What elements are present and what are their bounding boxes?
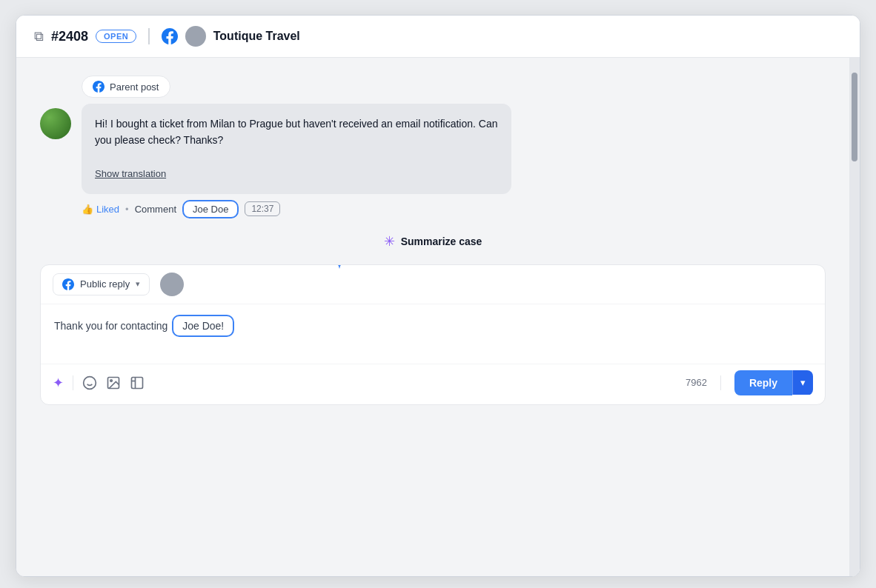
main-content: Parent post Hi! I bought a ticket from M… bbox=[16, 58, 849, 576]
show-translation[interactable]: Show translation bbox=[95, 168, 166, 179]
reply-dropdown-button[interactable]: ▾ bbox=[792, 370, 813, 395]
emoji-button[interactable] bbox=[82, 375, 97, 390]
copy-icon[interactable]: ⧉ bbox=[34, 29, 44, 44]
liked-label: Liked bbox=[96, 204, 119, 215]
thumb-up-icon: 👍 bbox=[82, 204, 93, 215]
message-bubble: Hi! I bought a ticket from Milan to Prag… bbox=[82, 104, 511, 194]
reply-prefix-text: Thank you for contacting bbox=[54, 320, 170, 332]
parent-post-button[interactable]: Parent post bbox=[82, 76, 170, 98]
dropdown-arrow-icon: ▾ bbox=[136, 279, 140, 289]
facebook-icon-reply bbox=[62, 278, 74, 290]
comment-label: Comment bbox=[135, 204, 176, 215]
header-divider bbox=[148, 28, 150, 44]
footer-divider2 bbox=[720, 375, 721, 390]
time-label: 12:37 bbox=[245, 201, 280, 216]
summarize-row: ✳ Summarize case bbox=[40, 230, 826, 253]
reply-composer: Public reply ▾ Thank you for contacting … bbox=[40, 264, 826, 405]
svg-point-4 bbox=[110, 380, 113, 382]
dot-separator: • bbox=[125, 204, 129, 215]
image-button[interactable] bbox=[106, 375, 121, 390]
scrollbar[interactable] bbox=[849, 58, 860, 576]
post-section: Parent post Hi! I bought a ticket from M… bbox=[40, 76, 826, 218]
brand-avatar bbox=[185, 26, 206, 47]
ticket-number: #2408 bbox=[51, 29, 88, 44]
reply-footer: ✦ bbox=[41, 364, 825, 404]
header: ⧉ #2408 OPEN Toutique Travel bbox=[16, 16, 860, 58]
main-window: ⧉ #2408 OPEN Toutique Travel Parent p bbox=[16, 15, 860, 577]
parent-post-label: Parent post bbox=[110, 81, 159, 93]
reply-composer-header: Public reply ▾ bbox=[41, 265, 825, 304]
char-count: 7962 bbox=[686, 377, 707, 388]
scrollbar-thumb[interactable] bbox=[852, 73, 857, 161]
sparkle-icon-summarize: ✳ bbox=[384, 233, 395, 250]
footer-icons: ✦ bbox=[53, 375, 678, 391]
agent-name-reply-box: Joe Doe! bbox=[172, 315, 234, 337]
reply-avatar bbox=[160, 273, 184, 296]
template-button[interactable] bbox=[130, 375, 145, 390]
svg-rect-5 bbox=[132, 377, 143, 388]
user-avatar bbox=[40, 108, 71, 139]
liked-button[interactable]: 👍 Liked bbox=[82, 204, 119, 215]
content-area: Parent post Hi! I bought a ticket from M… bbox=[16, 58, 860, 576]
brand-name: Toutique Travel bbox=[213, 30, 300, 43]
footer-divider bbox=[73, 375, 73, 390]
sparkle-button[interactable]: ✦ bbox=[53, 375, 64, 391]
reply-type-dropdown[interactable]: Public reply ▾ bbox=[53, 273, 150, 295]
summarize-label[interactable]: Summarize case bbox=[401, 235, 482, 247]
svg-point-0 bbox=[84, 377, 96, 390]
reply-button[interactable]: Reply bbox=[734, 370, 792, 395]
reply-body[interactable]: Thank you for contacting Joe Doe! bbox=[41, 304, 825, 364]
facebook-icon bbox=[162, 28, 178, 44]
agent-name-top-box: Joe Doe bbox=[182, 200, 239, 218]
post-content-wrapper: Parent post Hi! I bought a ticket from M… bbox=[82, 76, 826, 218]
status-badge: OPEN bbox=[96, 30, 136, 43]
post-actions: 👍 Liked • Comment Joe Doe 12:37 bbox=[82, 200, 826, 218]
reply-type-label: Public reply bbox=[80, 278, 130, 290]
facebook-icon-small bbox=[93, 81, 104, 93]
message-text: Hi! I bought a ticket from Milan to Prag… bbox=[95, 118, 498, 146]
reply-button-group: Reply ▾ bbox=[734, 370, 813, 395]
